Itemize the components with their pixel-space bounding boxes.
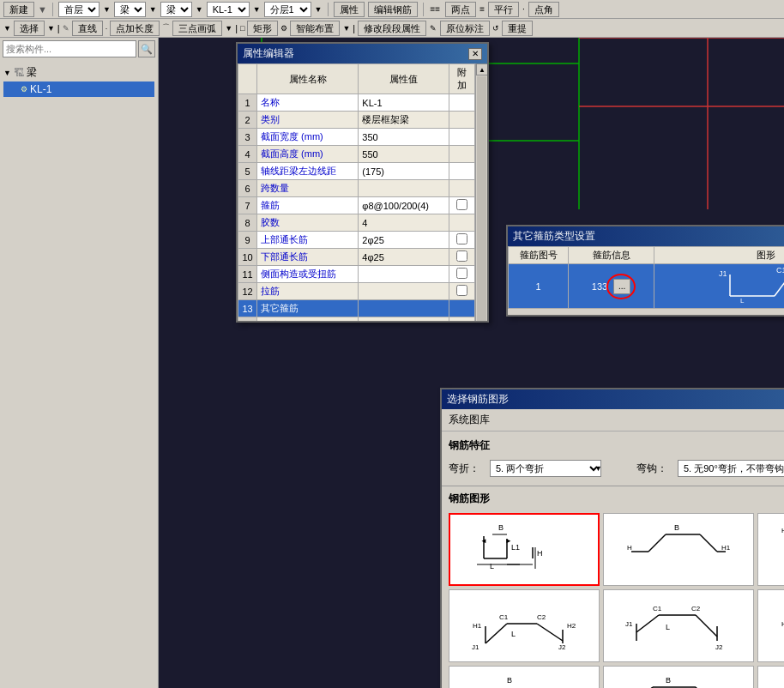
redo-button[interactable]: 重提 [502, 21, 533, 36]
tree-root-item[interactable]: ▼ 🏗 梁 [3, 63, 154, 81]
bend-label: 弯折： [449, 462, 483, 476]
property-value-cell[interactable]: 550 [359, 146, 449, 163]
property-add-cell[interactable] [449, 180, 475, 197]
shape-cell-6[interactable]: B H H1 B1 [757, 589, 784, 662]
property-add-checkbox[interactable] [456, 199, 467, 210]
shape-cell-3[interactable]: H J H1 [757, 513, 784, 586]
property-value-cell[interactable] [359, 266, 449, 283]
line-button[interactable]: 直线 [72, 21, 103, 36]
property-value-cell[interactable]: 2φ25 [359, 232, 449, 249]
property-row[interactable]: 9上部通长筋2φ25 [238, 232, 475, 249]
shape-cell-9[interactable]: B B H L1 [757, 666, 784, 688]
rebar-row-num: 1 [509, 264, 569, 309]
layer-select[interactable]: 分层1 [264, 2, 311, 17]
property-add-cell[interactable] [449, 317, 475, 322]
modify-segment-button[interactable]: 修改段段属性 [358, 21, 426, 36]
property-add-cell[interactable] [449, 129, 475, 146]
property-row[interactable]: 6跨数量 [238, 180, 475, 197]
property-add-cell[interactable] [449, 232, 475, 249]
property-add-cell[interactable] [449, 283, 475, 300]
point-arc-button[interactable]: 点角 [528, 2, 559, 17]
rebar-col-shape: 图形 [654, 247, 785, 264]
rebar-type-title[interactable]: 其它箍筋类型设置 ✕ [508, 226, 784, 246]
floor-select[interactable]: 首层 [58, 2, 100, 17]
attr-button[interactable]: 属性 [334, 2, 365, 17]
property-value-cell[interactable] [359, 317, 449, 322]
three-arc-button[interactable]: 三点画弧 [172, 21, 222, 36]
property-value-cell[interactable]: 4 [359, 214, 449, 232]
shape-cell-1[interactable]: B ◄ ► L L1 [449, 513, 600, 586]
property-row[interactable]: 3截面宽度 (mm)350 [238, 129, 475, 146]
property-editor-title[interactable]: 属性编辑器 ✕ [238, 44, 487, 63]
property-row[interactable]: 7箍筋φ8@100/200(4) [238, 197, 475, 214]
property-value-cell[interactable]: 350 [359, 129, 449, 146]
hook-label: 弯钩： [636, 462, 671, 476]
property-row[interactable]: 1名称KL-1 [238, 94, 475, 112]
property-row[interactable]: 12拉筋 [238, 283, 475, 300]
hook-select[interactable]: 5. 无90°弯折，不带弯钩 [678, 460, 784, 477]
property-value-cell[interactable]: (175) [359, 163, 449, 180]
scroll-up-arrow[interactable]: ▲ [476, 63, 487, 75]
shape-cell-8[interactable]: B H1 H [603, 666, 754, 688]
smart-layout-button[interactable]: 智能布置 [290, 21, 340, 36]
search-button[interactable]: 🔍 [138, 40, 155, 57]
property-value-cell[interactable]: φ8@100/200(4) [359, 197, 449, 214]
rebar-shape-title[interactable]: 选择钢筋图形 ✕ [442, 389, 784, 409]
property-add-checkbox[interactable] [456, 233, 467, 244]
shape-num-ellipsis-button[interactable]: ... [613, 279, 630, 294]
property-value-cell[interactable] [359, 180, 449, 197]
property-add-cell[interactable] [449, 163, 475, 180]
shape-cell-4[interactable]: H1 L J1 J2 C1 C2 H2 [449, 589, 600, 662]
col-add-header: 附加 [449, 64, 475, 94]
property-add-cell[interactable] [449, 146, 475, 163]
rebar-type-title-text: 其它箍筋类型设置 [513, 229, 595, 244]
point-length-button[interactable]: 点加长度 [110, 21, 160, 36]
property-add-checkbox[interactable] [456, 285, 467, 296]
property-row[interactable]: 5轴线距梁左边线距(175) [238, 163, 475, 180]
property-row[interactable]: 4截面高度 (mm)550 [238, 146, 475, 163]
property-add-cell[interactable] [449, 197, 475, 214]
shape-cell-5[interactable]: J1 L C1 C2 J2 [603, 589, 754, 662]
rect-button[interactable]: 矩形 [247, 21, 278, 36]
select-button[interactable]: 选择 [14, 21, 45, 36]
parallel-button[interactable]: 平行 [488, 2, 519, 17]
property-row[interactable]: 10下部通长筋4φ25 [238, 249, 475, 266]
two-point-button[interactable]: 两点 [445, 2, 476, 17]
origin-mark-button[interactable]: 原位标注 [440, 21, 490, 36]
property-value-cell[interactable] [359, 300, 449, 317]
property-value-cell[interactable]: KL-1 [359, 94, 449, 112]
property-add-cell[interactable] [449, 300, 475, 317]
property-row[interactable]: 14备注 [238, 317, 475, 322]
tree-child-item[interactable]: ⚙ KL-1 [3, 81, 154, 97]
property-add-checkbox[interactable] [456, 250, 467, 262]
edit-rebar-button[interactable]: 编辑钢筋 [368, 2, 418, 17]
property-row[interactable]: 2类别楼层框架梁 [238, 112, 475, 129]
new-button[interactable]: 新建 [3, 2, 34, 17]
property-add-checkbox[interactable] [456, 268, 467, 279]
property-value-cell[interactable]: 4φ25 [359, 249, 449, 266]
shape-cell-7[interactable]: B H2 H [449, 666, 600, 688]
rebar-type-row-1[interactable]: 1 133 ... [509, 264, 785, 309]
property-add-cell[interactable] [449, 266, 475, 283]
bend-select[interactable]: 5. 两个弯折 [490, 460, 601, 477]
property-editor-close-button[interactable]: ✕ [468, 48, 482, 60]
property-add-cell[interactable] [449, 214, 475, 232]
scroll-thumb[interactable] [477, 76, 486, 321]
rebar-shape-dialog: 选择钢筋图形 ✕ 系统图库 钢筋特征 弯折： 5. 两个弯折 ▼ 弯钩： [440, 388, 784, 688]
element-type-select2[interactable]: 梁 [160, 2, 192, 17]
property-row[interactable]: 11侧面构造或受扭筋 [238, 266, 475, 283]
property-add-cell[interactable] [449, 249, 475, 266]
property-scrollbar[interactable]: ▲ ▼ [475, 63, 487, 321]
property-add-cell[interactable] [449, 94, 475, 112]
row-number: 13 [238, 300, 257, 317]
element-name-select[interactable]: KL-1 [207, 2, 250, 17]
element-type-select1[interactable]: 梁 [114, 2, 146, 17]
property-row[interactable]: 13其它箍筋 [238, 300, 475, 317]
property-row[interactable]: 8胶数4 [238, 214, 475, 232]
property-value-cell[interactable]: 楼层框架梁 [359, 112, 449, 129]
property-add-cell[interactable] [449, 112, 475, 129]
search-input[interactable] [3, 40, 136, 57]
property-name-cell: 类别 [257, 112, 359, 129]
property-value-cell[interactable] [359, 283, 449, 300]
shape-cell-2[interactable]: H B H1 [603, 513, 754, 586]
